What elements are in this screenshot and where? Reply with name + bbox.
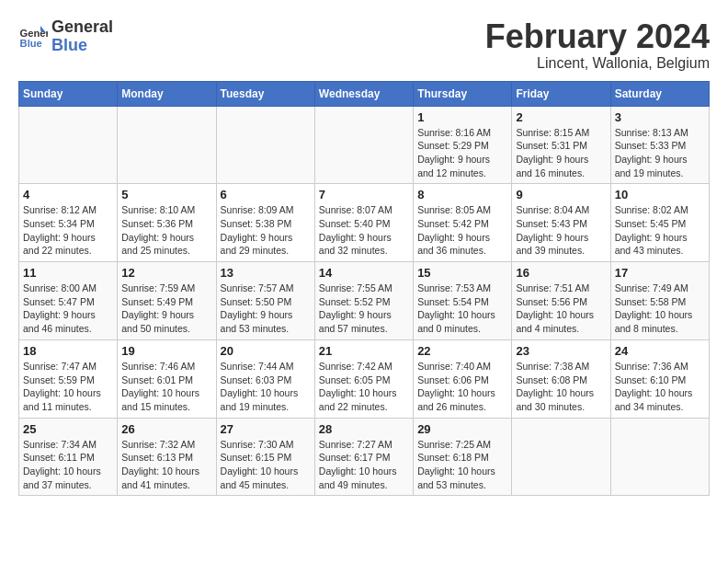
calendar-day-cell: 21Sunrise: 7:42 AM Sunset: 6:05 PM Dayli… — [314, 339, 413, 418]
day-number: 11 — [23, 266, 113, 280]
day-info: Sunrise: 8:09 AM Sunset: 5:38 PM Dayligh… — [221, 203, 311, 258]
calendar-day-cell: 23Sunrise: 7:38 AM Sunset: 6:08 PM Dayli… — [512, 339, 610, 418]
day-number: 29 — [417, 422, 507, 436]
day-number: 21 — [319, 344, 409, 358]
location-text: Lincent, Wallonia, Belgium — [485, 55, 710, 72]
calendar-day-cell — [19, 106, 118, 184]
day-info: Sunrise: 8:10 AM Sunset: 5:36 PM Dayligh… — [121, 203, 211, 258]
weekday-header-row: SundayMondayTuesdayWednesdayThursdayFrid… — [19, 81, 710, 106]
calendar-day-cell: 26Sunrise: 7:32 AM Sunset: 6:13 PM Dayli… — [118, 418, 216, 496]
svg-text:Blue: Blue — [20, 38, 42, 49]
weekday-header-cell: Monday — [118, 81, 216, 106]
day-number: 12 — [121, 266, 211, 280]
calendar-week-row: 1Sunrise: 8:16 AM Sunset: 5:29 PM Daylig… — [19, 106, 710, 184]
day-info: Sunrise: 8:13 AM Sunset: 5:33 PM Dayligh… — [615, 126, 705, 180]
day-number: 6 — [221, 188, 311, 201]
day-info: Sunrise: 7:40 AM Sunset: 6:06 PM Dayligh… — [417, 360, 507, 414]
weekday-header-cell: Sunday — [19, 81, 118, 106]
calendar-day-cell: 6Sunrise: 8:09 AM Sunset: 5:38 PM Daylig… — [216, 184, 314, 262]
day-info: Sunrise: 7:44 AM Sunset: 6:03 PM Dayligh… — [221, 360, 311, 414]
day-number: 10 — [615, 188, 705, 201]
calendar-day-cell: 27Sunrise: 7:30 AM Sunset: 6:15 PM Dayli… — [216, 418, 314, 496]
day-info: Sunrise: 7:36 AM Sunset: 6:10 PM Dayligh… — [615, 360, 705, 414]
day-info: Sunrise: 7:53 AM Sunset: 5:54 PM Dayligh… — [417, 282, 507, 336]
calendar-day-cell: 12Sunrise: 7:59 AM Sunset: 5:49 PM Dayli… — [118, 262, 216, 340]
day-info: Sunrise: 8:15 AM Sunset: 5:31 PM Dayligh… — [516, 126, 606, 180]
day-number: 26 — [121, 422, 211, 436]
day-info: Sunrise: 7:32 AM Sunset: 6:13 PM Dayligh… — [121, 438, 211, 492]
day-info: Sunrise: 7:47 AM Sunset: 5:59 PM Dayligh… — [23, 360, 113, 414]
day-info: Sunrise: 8:00 AM Sunset: 5:47 PM Dayligh… — [23, 282, 113, 336]
day-number: 9 — [516, 188, 606, 201]
calendar-day-cell: 18Sunrise: 7:47 AM Sunset: 5:59 PM Dayli… — [19, 339, 118, 418]
calendar-day-cell — [216, 106, 314, 184]
day-info: Sunrise: 8:05 AM Sunset: 5:42 PM Dayligh… — [417, 203, 507, 258]
calendar-week-row: 25Sunrise: 7:34 AM Sunset: 6:11 PM Dayli… — [19, 418, 710, 496]
calendar-day-cell: 11Sunrise: 8:00 AM Sunset: 5:47 PM Dayli… — [19, 262, 118, 340]
day-info: Sunrise: 7:46 AM Sunset: 6:01 PM Dayligh… — [121, 360, 211, 414]
day-number: 4 — [23, 188, 113, 201]
logo-blue-text: Blue — [51, 37, 113, 55]
day-info: Sunrise: 8:12 AM Sunset: 5:34 PM Dayligh… — [23, 203, 113, 258]
day-number: 25 — [23, 422, 113, 436]
calendar-day-cell — [314, 106, 413, 184]
calendar-day-cell: 3Sunrise: 8:13 AM Sunset: 5:33 PM Daylig… — [610, 106, 709, 184]
calendar-day-cell: 20Sunrise: 7:44 AM Sunset: 6:03 PM Dayli… — [216, 339, 314, 418]
day-number: 2 — [516, 110, 606, 124]
day-number: 3 — [615, 110, 705, 124]
calendar-day-cell: 28Sunrise: 7:27 AM Sunset: 6:17 PM Dayli… — [314, 418, 413, 496]
day-number: 18 — [23, 344, 113, 358]
calendar-day-cell: 2Sunrise: 8:15 AM Sunset: 5:31 PM Daylig… — [512, 106, 610, 184]
calendar-day-cell — [512, 418, 610, 496]
day-info: Sunrise: 7:38 AM Sunset: 6:08 PM Dayligh… — [516, 360, 606, 414]
calendar-day-cell: 14Sunrise: 7:55 AM Sunset: 5:52 PM Dayli… — [314, 262, 413, 340]
day-info: Sunrise: 7:42 AM Sunset: 6:05 PM Dayligh… — [319, 360, 409, 414]
day-number: 5 — [121, 188, 211, 201]
calendar-day-cell: 4Sunrise: 8:12 AM Sunset: 5:34 PM Daylig… — [19, 184, 118, 262]
logo-icon: General Blue — [18, 22, 48, 52]
day-number: 14 — [319, 266, 409, 280]
day-info: Sunrise: 7:49 AM Sunset: 5:58 PM Dayligh… — [615, 282, 705, 336]
calendar-day-cell — [118, 106, 216, 184]
day-number: 19 — [121, 344, 211, 358]
day-info: Sunrise: 7:51 AM Sunset: 5:56 PM Dayligh… — [516, 282, 606, 336]
day-number: 13 — [221, 266, 311, 280]
calendar-body: 1Sunrise: 8:16 AM Sunset: 5:29 PM Daylig… — [19, 106, 710, 496]
day-number: 8 — [417, 188, 507, 201]
day-info: Sunrise: 7:59 AM Sunset: 5:49 PM Dayligh… — [121, 282, 211, 336]
calendar-week-row: 4Sunrise: 8:12 AM Sunset: 5:34 PM Daylig… — [19, 184, 710, 262]
day-info: Sunrise: 8:07 AM Sunset: 5:40 PM Dayligh… — [319, 203, 409, 258]
day-number: 7 — [319, 188, 409, 201]
calendar-day-cell: 15Sunrise: 7:53 AM Sunset: 5:54 PM Dayli… — [414, 262, 512, 340]
calendar-day-cell: 9Sunrise: 8:04 AM Sunset: 5:43 PM Daylig… — [512, 184, 610, 262]
calendar-day-cell: 24Sunrise: 7:36 AM Sunset: 6:10 PM Dayli… — [610, 339, 709, 418]
weekday-header-cell: Tuesday — [216, 81, 314, 106]
weekday-header-cell: Saturday — [610, 81, 709, 106]
calendar-day-cell: 25Sunrise: 7:34 AM Sunset: 6:11 PM Dayli… — [19, 418, 118, 496]
logo-general-text: General — [51, 18, 113, 37]
calendar-day-cell: 5Sunrise: 8:10 AM Sunset: 5:36 PM Daylig… — [118, 184, 216, 262]
calendar-day-cell: 13Sunrise: 7:57 AM Sunset: 5:50 PM Dayli… — [216, 262, 314, 340]
calendar-day-cell: 1Sunrise: 8:16 AM Sunset: 5:29 PM Daylig… — [414, 106, 512, 184]
day-number: 17 — [615, 266, 705, 280]
day-number: 27 — [221, 422, 311, 436]
weekday-header-cell: Thursday — [414, 81, 512, 106]
day-info: Sunrise: 7:57 AM Sunset: 5:50 PM Dayligh… — [221, 282, 311, 336]
calendar-day-cell: 7Sunrise: 8:07 AM Sunset: 5:40 PM Daylig… — [314, 184, 413, 262]
day-info: Sunrise: 8:04 AM Sunset: 5:43 PM Dayligh… — [516, 203, 606, 258]
calendar-day-cell — [610, 418, 709, 496]
day-info: Sunrise: 7:25 AM Sunset: 6:18 PM Dayligh… — [417, 438, 507, 492]
calendar-day-cell: 22Sunrise: 7:40 AM Sunset: 6:06 PM Dayli… — [414, 339, 512, 418]
svg-text:General: General — [20, 28, 48, 39]
day-number: 15 — [417, 266, 507, 280]
day-number: 23 — [516, 344, 606, 358]
calendar-week-row: 11Sunrise: 8:00 AM Sunset: 5:47 PM Dayli… — [19, 262, 710, 340]
calendar-day-cell: 8Sunrise: 8:05 AM Sunset: 5:42 PM Daylig… — [414, 184, 512, 262]
day-info: Sunrise: 8:16 AM Sunset: 5:29 PM Dayligh… — [417, 126, 507, 180]
logo: General Blue General Blue — [18, 18, 113, 55]
day-info: Sunrise: 8:02 AM Sunset: 5:45 PM Dayligh… — [615, 203, 705, 258]
day-number: 20 — [221, 344, 311, 358]
day-info: Sunrise: 7:30 AM Sunset: 6:15 PM Dayligh… — [221, 438, 311, 492]
weekday-header-cell: Wednesday — [314, 81, 413, 106]
calendar-day-cell: 29Sunrise: 7:25 AM Sunset: 6:18 PM Dayli… — [414, 418, 512, 496]
